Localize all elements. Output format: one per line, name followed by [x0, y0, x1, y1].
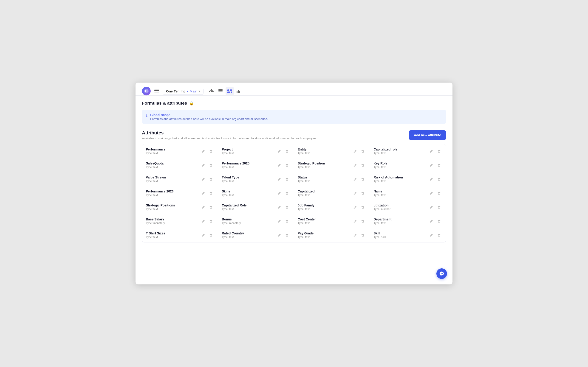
delete-attribute-button[interactable]: [208, 204, 214, 210]
attr-info: Project Type: text: [222, 148, 276, 155]
svg-rect-12: [218, 89, 223, 90]
edit-attribute-button[interactable]: [352, 148, 358, 154]
delete-attribute-button[interactable]: [436, 232, 442, 238]
delete-attribute-button[interactable]: [208, 162, 214, 168]
edit-attribute-button[interactable]: [276, 190, 282, 196]
attr-name: Project: [222, 148, 276, 151]
edit-attribute-button[interactable]: [200, 162, 207, 168]
attr-name: SalesQuota: [146, 161, 200, 165]
delete-attribute-button[interactable]: [284, 176, 290, 182]
edit-attribute-button[interactable]: [276, 176, 282, 182]
delete-attribute-button[interactable]: [436, 190, 442, 196]
attr-type: Type: text: [298, 208, 352, 211]
edit-attribute-button[interactable]: [276, 218, 282, 224]
edit-attribute-button[interactable]: [276, 204, 282, 210]
edit-attribute-button[interactable]: [200, 176, 207, 182]
edit-attribute-button[interactable]: [276, 148, 282, 154]
edit-attribute-button[interactable]: [428, 232, 434, 238]
delete-attribute-button[interactable]: [436, 176, 442, 182]
chart-nav-button[interactable]: [235, 87, 243, 95]
attr-name: Capitalized Role: [222, 203, 276, 207]
attr-type: Type: monetary: [146, 222, 200, 225]
svg-rect-4: [209, 91, 210, 92]
edit-attribute-button[interactable]: [352, 204, 358, 210]
delete-attribute-button[interactable]: [360, 218, 366, 224]
delete-attribute-button[interactable]: [360, 190, 366, 196]
delete-attribute-button[interactable]: [360, 148, 366, 154]
logo-button[interactable]: [142, 87, 151, 95]
attr-name: Skills: [222, 190, 276, 193]
edit-attribute-button[interactable]: [352, 218, 358, 224]
delete-attribute-button[interactable]: [436, 148, 442, 154]
svg-rect-6: [212, 91, 214, 92]
edit-attribute-button[interactable]: [276, 162, 282, 168]
org-chart-nav-button[interactable]: [207, 87, 216, 95]
attr-info: Skills Type: text: [222, 190, 276, 197]
svg-rect-22: [239, 91, 240, 93]
scenarios-nav-button[interactable]: [225, 87, 234, 95]
delete-attribute-button[interactable]: [208, 190, 214, 196]
edit-attribute-button[interactable]: [200, 218, 207, 224]
edit-attribute-button[interactable]: [352, 232, 358, 238]
delete-attribute-button[interactable]: [360, 232, 366, 238]
edit-attribute-button[interactable]: [428, 218, 434, 224]
attr-type: Type: text: [146, 152, 200, 155]
delete-attribute-button[interactable]: [436, 218, 442, 224]
svg-rect-13: [218, 90, 223, 91]
delete-attribute-button[interactable]: [284, 232, 290, 238]
attr-info: utilization Type: number: [374, 203, 428, 211]
chat-fab-button[interactable]: [436, 268, 447, 279]
add-new-attribute-button[interactable]: Add new attribute: [409, 130, 446, 140]
delete-attribute-button[interactable]: [284, 148, 290, 154]
edit-attribute-button[interactable]: [428, 176, 434, 182]
edit-attribute-button[interactable]: [200, 148, 207, 154]
attr-actions: [352, 190, 366, 196]
attribute-card: Pay Grade Type: text: [294, 228, 370, 242]
delete-attribute-button[interactable]: [208, 218, 214, 224]
hamburger-button[interactable]: [153, 87, 161, 95]
edit-attribute-button[interactable]: [428, 148, 434, 154]
delete-attribute-button[interactable]: [360, 162, 366, 168]
delete-attribute-button[interactable]: [436, 204, 442, 210]
breadcrumb-company: One Ten Inc: [166, 89, 186, 93]
attr-type: Type: text: [222, 194, 276, 197]
edit-attribute-button[interactable]: [352, 176, 358, 182]
attribute-card: Entity Type: text: [294, 144, 370, 158]
attr-info: SalesQuota Type: text: [146, 161, 200, 169]
attribute-card: utilization Type: number: [370, 200, 446, 214]
attr-name: utilization: [374, 203, 428, 207]
delete-attribute-button[interactable]: [208, 176, 214, 182]
delete-attribute-button[interactable]: [436, 162, 442, 168]
svg-rect-3: [211, 89, 212, 90]
list-nav-button[interactable]: [216, 87, 225, 95]
edit-attribute-button[interactable]: [200, 232, 207, 238]
svg-rect-17: [230, 90, 232, 91]
delete-attribute-button[interactable]: [284, 218, 290, 224]
edit-attribute-button[interactable]: [352, 162, 358, 168]
attr-actions: [352, 148, 366, 154]
edit-attribute-button[interactable]: [276, 232, 282, 238]
attribute-card: Key Role Type: text: [370, 158, 446, 172]
delete-attribute-button[interactable]: [208, 232, 214, 238]
edit-attribute-button[interactable]: [428, 204, 434, 210]
delete-attribute-button[interactable]: [360, 176, 366, 182]
delete-attribute-button[interactable]: [284, 162, 290, 168]
svg-rect-16: [227, 90, 229, 91]
edit-attribute-button[interactable]: [352, 190, 358, 196]
attr-actions: [200, 162, 214, 168]
attr-actions: [200, 204, 214, 210]
attr-info: Performance 2026 Type: text: [146, 190, 200, 197]
attr-info: Bonus Type: monetary: [222, 217, 276, 225]
delete-attribute-button[interactable]: [284, 190, 290, 196]
edit-attribute-button[interactable]: [428, 162, 434, 168]
edit-attribute-button[interactable]: [200, 204, 207, 210]
breadcrumb-button[interactable]: One Ten Inc ● Main ▾: [163, 88, 204, 95]
delete-attribute-button[interactable]: [284, 204, 290, 210]
edit-attribute-button[interactable]: [428, 190, 434, 196]
attr-actions: [352, 162, 366, 168]
delete-attribute-button[interactable]: [208, 148, 214, 154]
info-description: Formulas and attributes defined here wil…: [150, 117, 268, 121]
edit-attribute-button[interactable]: [200, 190, 207, 196]
delete-attribute-button[interactable]: [360, 204, 366, 210]
attr-info: Capitalized Role Type: text: [222, 203, 276, 211]
